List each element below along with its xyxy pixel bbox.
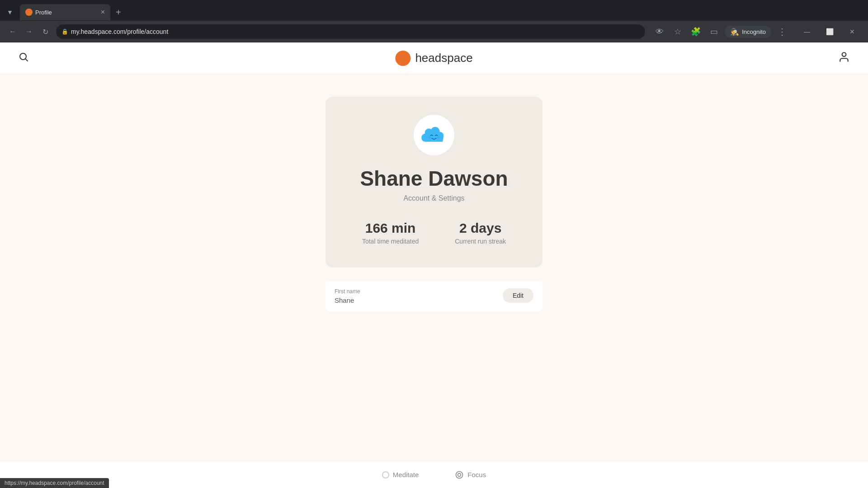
eye-slash-icon[interactable]: 👁 xyxy=(652,24,667,39)
tab-title: Profile xyxy=(35,9,97,16)
field-label: First name xyxy=(335,288,360,295)
logo-circle xyxy=(395,51,410,66)
svg-point-2 xyxy=(842,52,846,56)
profile-card: Shane Dawson Account & Settings 166 min … xyxy=(326,97,542,267)
focus-icon xyxy=(455,470,464,479)
stat-meditated-value: 166 min xyxy=(365,221,416,236)
field-content: First name Shane xyxy=(335,288,360,304)
stat-streak: 2 days Current run streak xyxy=(455,221,506,245)
incognito-badge[interactable]: 🕵️ Incognito xyxy=(725,26,771,38)
tab-favicon xyxy=(25,9,33,16)
header-right xyxy=(838,51,850,66)
stat-streak-label: Current run streak xyxy=(455,238,506,245)
more-options-button[interactable]: ⋮ xyxy=(775,24,789,39)
tab-nav-button[interactable]: ▼ xyxy=(4,6,16,19)
address-bar-row: ← → ↻ 🔒 my.headspace.com/profile/account… xyxy=(0,21,868,42)
svg-point-6 xyxy=(458,473,461,476)
back-button[interactable]: ← xyxy=(5,24,20,39)
extensions-icon[interactable]: 🧩 xyxy=(689,24,703,39)
nav-buttons: ← → ↻ xyxy=(5,24,52,39)
meditate-label: Meditate xyxy=(393,471,419,479)
new-tab-button[interactable]: + xyxy=(112,5,125,19)
form-area: First name Shane Edit xyxy=(326,281,542,311)
form-section: First name Shane Edit xyxy=(0,281,868,320)
stat-meditated-label: Total time meditated xyxy=(362,238,419,245)
svg-point-0 xyxy=(20,53,26,60)
incognito-icon: 🕵️ xyxy=(730,28,739,36)
address-text: my.headspace.com/profile/account xyxy=(71,28,168,35)
svg-point-3 xyxy=(428,137,431,139)
focus-label: Focus xyxy=(467,471,486,479)
tab-close-button[interactable]: × xyxy=(101,8,105,16)
header-left xyxy=(18,52,29,65)
close-window-button[interactable]: ✕ xyxy=(842,24,863,39)
svg-line-1 xyxy=(26,59,28,61)
svg-point-4 xyxy=(437,137,440,139)
meditate-radio[interactable] xyxy=(382,471,389,479)
minimize-button[interactable]: — xyxy=(797,24,817,39)
svg-point-5 xyxy=(456,471,463,478)
status-bar: https://my.headspace.com/profile/account xyxy=(0,478,109,488)
user-profile-button[interactable] xyxy=(838,51,850,66)
bookmark-icon[interactable]: ☆ xyxy=(670,24,685,39)
first-name-field: First name Shane Edit xyxy=(326,281,542,311)
search-button[interactable] xyxy=(18,52,29,65)
forward-button[interactable]: → xyxy=(22,24,36,39)
window-controls: — ⬜ ✕ xyxy=(797,24,863,39)
stats-row: 166 min Total time meditated 2 days Curr… xyxy=(348,221,520,245)
edit-button[interactable]: Edit xyxy=(503,288,533,303)
stat-meditated: 166 min Total time meditated xyxy=(362,221,419,245)
stat-streak-value: 2 days xyxy=(459,221,501,236)
profile-name: Shane Dawson xyxy=(360,166,508,191)
sidebar-icon[interactable]: ▭ xyxy=(707,24,721,39)
profile-subtitle: Account & Settings xyxy=(403,194,464,202)
status-url: https://my.headspace.com/profile/account xyxy=(5,480,104,486)
avatar xyxy=(414,115,454,155)
address-bar[interactable]: 🔒 my.headspace.com/profile/account xyxy=(56,24,645,39)
logo[interactable]: headspace xyxy=(395,51,472,66)
browser-chrome: ▼ Profile × + ← → ↻ 🔒 my.headspace.com/p… xyxy=(0,0,868,42)
site-header: headspace xyxy=(0,42,868,74)
nav-item-meditate[interactable]: Meditate xyxy=(382,471,419,479)
maximize-button[interactable]: ⬜ xyxy=(819,24,840,39)
lock-icon: 🔒 xyxy=(61,28,68,35)
reload-button[interactable]: ↻ xyxy=(38,24,52,39)
incognito-label: Incognito xyxy=(742,28,766,35)
avatar-cloud-icon xyxy=(420,124,448,146)
tab-bar: ▼ Profile × + xyxy=(0,0,868,21)
bottom-navigation: Meditate Focus xyxy=(0,461,868,488)
field-value: Shane xyxy=(335,296,360,304)
logo-text: headspace xyxy=(415,51,472,65)
active-tab[interactable]: Profile × xyxy=(20,4,110,20)
browser-actions: 👁 ☆ 🧩 ▭ 🕵️ Incognito ⋮ xyxy=(652,24,789,39)
website-content: headspace xyxy=(0,42,868,488)
nav-item-focus[interactable]: Focus xyxy=(455,470,486,479)
profile-section: Shane Dawson Account & Settings 166 min … xyxy=(0,74,868,281)
